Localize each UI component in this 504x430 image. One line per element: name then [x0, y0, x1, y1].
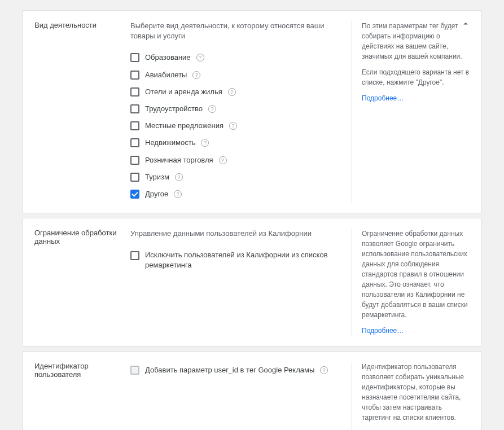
activity-type-label: Вид деятельности — [34, 21, 130, 203]
chevron-up-icon[interactable] — [461, 19, 471, 32]
activity-option-row: Розничная торговля — [130, 152, 345, 169]
help-icon[interactable] — [201, 139, 209, 147]
activity-option-label: Отели и аренда жилья — [145, 87, 222, 97]
activity-option-row: Образование — [130, 49, 345, 66]
help-icon[interactable] — [320, 366, 328, 374]
help-icon[interactable] — [228, 88, 236, 96]
user-id-help: Идентификатор пользователя позволяет соб… — [362, 362, 470, 423]
help-icon[interactable] — [229, 122, 237, 130]
activity-option-checkbox[interactable] — [130, 104, 139, 113]
exclude-california-checkbox[interactable] — [130, 251, 139, 260]
activity-option-checkbox[interactable] — [130, 53, 139, 62]
user-id-label: Идентификатор пользователя — [34, 362, 130, 430]
activity-option-row: Трудоустройство — [130, 100, 345, 117]
activity-option-label: Другое — [145, 189, 168, 199]
data-restriction-help: Ограничение обработки данных позволяет G… — [362, 229, 470, 320]
activity-option-label: Местные предложения — [145, 121, 223, 131]
activity-option-row: Другое — [130, 186, 345, 203]
user-id-card: Идентификатор пользователя Добавить пара… — [23, 351, 481, 430]
user-id-row: Добавить параметр user_id в тег Google Р… — [130, 362, 345, 379]
activity-learn-more-link[interactable]: Подробнее… — [362, 94, 404, 102]
activity-option-checkbox[interactable] — [130, 121, 139, 130]
help-icon[interactable] — [192, 71, 200, 79]
activity-option-label: Туризм — [145, 172, 169, 182]
activity-option-label: Розничная торговля — [145, 155, 213, 165]
activity-help-p1: По этим параметрам тег будет собирать ин… — [362, 21, 470, 62]
activity-option-checkbox[interactable] — [130, 190, 139, 199]
activity-help-p2: Если подходящего варианта нет в списке, … — [362, 67, 470, 87]
activity-option-checkbox[interactable] — [130, 173, 139, 182]
activity-option-checkbox[interactable] — [130, 138, 139, 147]
activity-option-row: Отели и аренда жилья — [130, 84, 345, 100]
activity-option-checkbox[interactable] — [130, 71, 139, 80]
activity-side-panel: По этим параметрам тег будет собирать ин… — [351, 21, 470, 203]
activity-type-body: Выберите вид деятельности, к которому от… — [130, 21, 351, 203]
exclude-california-row: Исключить пользователей из Калифорнии из… — [130, 247, 345, 274]
activity-option-row: Туризм — [130, 169, 345, 186]
data-restriction-side: Ограничение обработки данных позволяет G… — [351, 229, 470, 336]
activity-option-label: Недвижимость — [145, 138, 195, 148]
user-id-checkbox-label: Добавить параметр user_id в тег Google Р… — [145, 365, 314, 375]
activity-type-card: Вид деятельности Выберите вид деятельнос… — [23, 10, 481, 213]
user-id-side: Идентификатор пользователя позволяет соб… — [351, 362, 470, 430]
activity-option-label: Образование — [145, 52, 191, 63]
activity-option-row: Недвижимость — [130, 134, 345, 151]
user-id-body: Добавить параметр user_id в тег Google Р… — [130, 362, 351, 430]
help-icon[interactable] — [219, 156, 227, 164]
data-restriction-instruction: Управление данными пользователей из Кали… — [130, 229, 345, 239]
activity-option-row: Авиабилеты — [130, 67, 345, 84]
help-icon[interactable] — [174, 190, 182, 198]
activity-option-label: Трудоустройство — [145, 104, 203, 114]
data-restriction-label: Ограничение обработки данных — [34, 229, 130, 336]
activity-option-checkbox[interactable] — [130, 87, 139, 96]
activity-instruction: Выберите вид деятельности, к которому от… — [130, 21, 345, 41]
help-icon[interactable] — [208, 105, 216, 113]
exclude-california-label: Исключить пользователей из Калифорнии из… — [145, 250, 345, 270]
user-id-checkbox[interactable] — [130, 366, 139, 375]
data-restriction-card: Ограничение обработки данных Управление … — [23, 218, 481, 346]
activity-option-row: Местные предложения — [130, 117, 345, 134]
help-icon[interactable] — [175, 173, 183, 181]
activity-option-checkbox[interactable] — [130, 156, 139, 165]
data-restriction-learn-more-link[interactable]: Подробнее… — [362, 327, 404, 335]
activity-option-label: Авиабилеты — [145, 70, 187, 80]
data-restriction-body: Управление данными пользователей из Кали… — [130, 229, 351, 336]
help-icon[interactable] — [196, 54, 204, 62]
